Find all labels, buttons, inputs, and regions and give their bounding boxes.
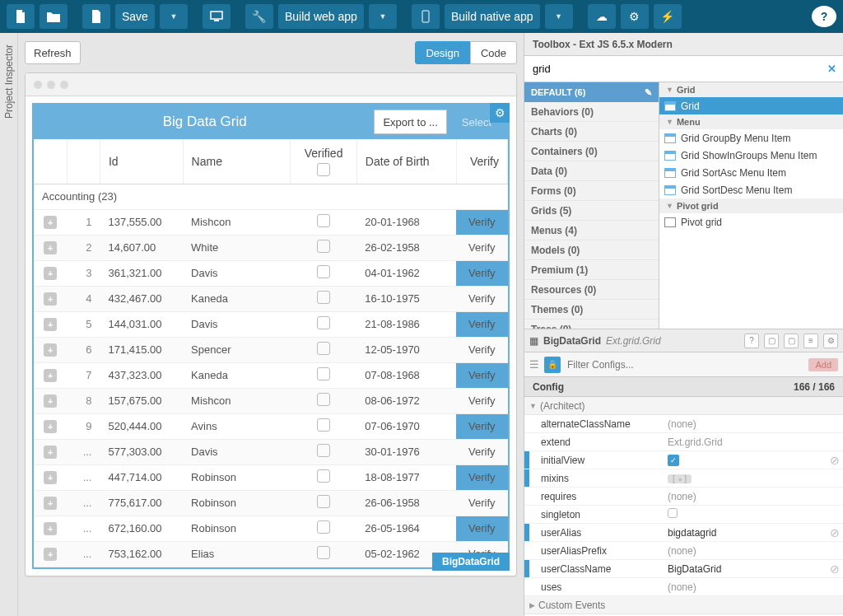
category-item[interactable]: Grids (5) [524,201,659,221]
col-verify[interactable]: Verify [456,139,507,184]
toolbox-search-input[interactable] [531,62,822,76]
toolbox-item[interactable]: Pivot grid [659,213,843,231]
config-filter-input[interactable] [566,358,803,371]
verify-button[interactable]: Verify [456,260,507,286]
checkbox[interactable] [317,495,330,508]
config-action-1[interactable]: ▢ [764,334,779,348]
checkbox[interactable] [317,316,330,329]
item-group-header[interactable]: ▼Grid [659,82,843,97]
col-dob[interactable]: Date of Birth [356,139,456,184]
config-row[interactable]: uses(none) [524,578,843,596]
checkbox[interactable] [317,546,330,559]
verify-button[interactable]: Verify [456,311,507,337]
phone-icon[interactable] [412,4,440,29]
deploy-bolt-button[interactable]: ⚡ [654,4,682,29]
checkbox[interactable] [317,214,330,227]
open-file-button[interactable] [40,4,68,29]
save-button[interactable]: Save [115,4,155,29]
filter-lock-icon[interactable]: 🔒 [544,357,561,373]
verify-button[interactable]: Verify [456,209,507,235]
table-row[interactable]: + 5 144,031.00Davis 21-08-1986 Verify [34,311,508,337]
new-file-button[interactable] [7,4,35,29]
build-native-dropdown[interactable]: ▼ [545,4,573,29]
toolbox-item[interactable]: Grid SortAsc Menu Item [659,164,843,181]
verify-button[interactable]: Verify [456,388,507,413]
config-row[interactable]: alternateClassName(none) [524,415,843,433]
group-row[interactable]: Accounting (23) [34,184,508,209]
expand-icon[interactable]: + [44,216,57,229]
checkbox[interactable] [317,418,330,432]
build-native-button[interactable]: Build native app [445,4,540,29]
component-gear-icon[interactable]: ⚙ [490,103,510,123]
save-icon-button[interactable] [82,4,110,29]
refresh-button[interactable]: Refresh [25,41,81,64]
help-button[interactable]: ? [812,6,836,27]
checkbox[interactable] [317,469,330,483]
table-row[interactable]: + 4 432,467.00Kaneda 16-10-1975 Verify [34,286,508,311]
expand-icon[interactable]: + [44,369,57,382]
checkbox[interactable] [317,367,330,380]
config-group-custom-events[interactable]: ▶Custom Events [524,596,843,614]
config-group-architect[interactable]: ▼(Architect) [524,397,843,415]
category-item[interactable]: Charts (0) [524,122,659,142]
table-row[interactable]: + 9 520,444.00Avins 07-06-1970 Verify [34,413,508,439]
config-row[interactable]: userAliasPrefix(none) [524,542,843,560]
checkbox[interactable] [317,291,330,304]
cloud-button[interactable]: ☁ [588,4,616,29]
table-row[interactable]: + ... 447,714.00Robinson 18-08-1977 Veri… [34,464,508,490]
checkbox[interactable] [317,265,330,278]
category-item[interactable]: Forms (0) [524,181,659,201]
expand-icon[interactable]: + [44,497,57,510]
expand-icon[interactable]: + [44,292,57,306]
expand-icon[interactable]: + [44,471,57,484]
config-action-2[interactable]: ▢ [784,334,799,348]
category-item[interactable]: Trees (0) [524,320,659,329]
add-config-button[interactable]: Add [808,358,838,371]
expand-icon[interactable]: + [44,318,57,331]
clear-search-icon[interactable]: ✕ [827,63,836,75]
category-item[interactable]: Models (0) [524,240,659,260]
toolbox-item[interactable]: Grid GroupBy Menu Item [659,129,843,147]
col-name[interactable]: Name [183,139,291,184]
category-item[interactable]: Premium (1) [524,260,659,280]
build-web-dropdown[interactable]: ▼ [369,4,397,29]
config-row[interactable]: initialView✓⊘ [524,451,843,469]
config-action-3[interactable]: ≡ [803,334,818,348]
config-row[interactable]: userClassNameBigDataGrid⊘ [524,560,843,578]
table-row[interactable]: + ... 577,303.00Davis 30-01-1976 Verify [34,439,508,464]
config-row[interactable]: singleton [524,506,843,524]
expand-icon[interactable]: + [44,343,57,357]
expand-icon[interactable]: + [44,241,57,254]
expand-icon[interactable]: + [44,522,57,535]
verify-button[interactable]: Verify [456,235,507,260]
category-item[interactable]: Resources (0) [524,280,659,300]
col-id[interactable]: Id [100,139,183,184]
wrench-icon[interactable]: 🔧 [245,4,273,29]
toolbox-item[interactable]: Grid [659,97,843,114]
save-dropdown[interactable]: ▼ [160,4,188,29]
config-row[interactable]: mixins[ ∘ ] [524,469,843,488]
category-item[interactable]: Data (0) [524,161,659,181]
verify-button[interactable]: Verify [456,337,507,362]
config-gear-icon[interactable]: ⚙ [823,334,838,348]
code-tab[interactable]: Code [470,41,517,64]
expand-icon[interactable]: + [44,446,57,459]
checkbox[interactable] [317,342,330,355]
expand-icon[interactable]: + [44,394,57,408]
design-tab[interactable]: Design [415,41,469,64]
verify-button[interactable]: Verify [456,362,507,388]
category-item[interactable]: Containers (0) [524,142,659,161]
table-row[interactable]: + ... 672,160.00Robinson 26-05-1964 Veri… [34,516,508,541]
checkbox[interactable] [317,393,330,406]
verify-button[interactable]: Verify [456,439,507,464]
expand-icon[interactable]: + [44,420,57,433]
table-row[interactable]: + 2 14,607.00White 26-02-1958 Verify [34,235,508,260]
verify-button[interactable]: Verify [456,490,507,516]
item-group-header[interactable]: ▼Pivot grid [659,198,843,213]
checkbox[interactable] [317,444,330,457]
project-inspector-rail[interactable]: Project Inspector [0,33,18,616]
table-row[interactable]: + 6 171,415.00Spencer 12-05-1970 Verify [34,337,508,362]
checkbox[interactable] [317,520,330,534]
verify-button[interactable]: Verify [456,464,507,490]
export-button[interactable]: Export to ... [374,110,446,134]
